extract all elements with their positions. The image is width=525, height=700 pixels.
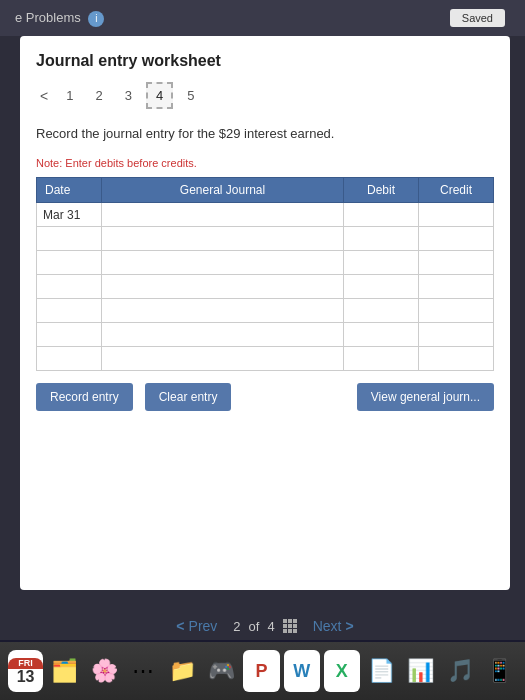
col-header-date: Date (37, 178, 102, 203)
tab-2[interactable]: 2 (87, 84, 110, 107)
date-cell-3 (37, 251, 102, 275)
tab-nav: < 1 2 3 4 5 (36, 82, 494, 109)
page-label: e Problems i (15, 10, 104, 27)
next-label: Next (313, 618, 342, 634)
dots-icon[interactable]: ⋯ (126, 650, 161, 692)
journal-cell-1[interactable] (102, 203, 344, 227)
prev-button[interactable]: < Prev (176, 618, 217, 634)
files-icon[interactable]: 📁 (165, 650, 200, 692)
date-cell-7 (37, 347, 102, 371)
note-text: Note: Enter debits before credits. (36, 157, 494, 169)
music-icon[interactable]: 🎵 (442, 650, 477, 692)
journal-cell-2[interactable] (102, 227, 344, 251)
view-general-journal-button[interactable]: View general journ... (357, 383, 494, 411)
debit-cell-1[interactable] (344, 203, 419, 227)
worksheet-title: Journal entry worksheet (36, 52, 494, 70)
debit-cell-5[interactable] (344, 299, 419, 323)
credit-cell-1[interactable] (419, 203, 494, 227)
info-icon[interactable]: i (88, 11, 104, 27)
tab-prev-arrow[interactable]: < (36, 86, 52, 106)
col-header-credit: Credit (419, 178, 494, 203)
table-row (37, 299, 494, 323)
instruction-text: Record the journal entry for the $29 int… (36, 125, 494, 143)
debit-cell-3[interactable] (344, 251, 419, 275)
calendar-day: 13 (17, 669, 35, 685)
credit-cell-6[interactable] (419, 323, 494, 347)
calendar-icon[interactable]: FRI 13 (8, 650, 43, 692)
journal-cell-5[interactable] (102, 299, 344, 323)
finder-icon[interactable]: 🗂️ (47, 650, 82, 692)
photos-icon[interactable]: 🌸 (86, 650, 121, 692)
next-button[interactable]: Next > (313, 618, 354, 634)
saved-badge: Saved (450, 9, 505, 27)
top-bar: e Problems i Saved (0, 0, 525, 36)
tab-4[interactable]: 4 (146, 82, 173, 109)
journal-cell-3[interactable] (102, 251, 344, 275)
journal-table: Date General Journal Debit Credit Mar 31 (36, 177, 494, 371)
tab-5[interactable]: 5 (179, 84, 202, 107)
table-row (37, 323, 494, 347)
word-icon[interactable]: W (284, 650, 320, 692)
date-cell-5 (37, 299, 102, 323)
clear-entry-button[interactable]: Clear entry (145, 383, 232, 411)
table-row (37, 227, 494, 251)
credit-cell-2[interactable] (419, 227, 494, 251)
prev-label: Prev (189, 618, 218, 634)
credit-cell-3[interactable] (419, 251, 494, 275)
col-header-journal: General Journal (102, 178, 344, 203)
debit-cell-7[interactable] (344, 347, 419, 371)
app1-icon[interactable]: 🎮 (204, 650, 239, 692)
credit-cell-4[interactable] (419, 275, 494, 299)
tab-3[interactable]: 3 (117, 84, 140, 107)
table-row (37, 275, 494, 299)
app-label: e Problems (15, 10, 81, 25)
credit-cell-5[interactable] (419, 299, 494, 323)
powerpoint-icon[interactable]: P (243, 650, 279, 692)
journal-cell-4[interactable] (102, 275, 344, 299)
table-row: Mar 31 (37, 203, 494, 227)
current-page: 2 (233, 619, 240, 634)
bottom-nav: < Prev 2 of 4 Next > (20, 618, 510, 634)
date-cell-2 (37, 227, 102, 251)
table-row (37, 347, 494, 371)
prev-arrow-icon: < (176, 618, 184, 634)
chart-icon[interactable]: 📊 (403, 650, 438, 692)
table-row (37, 251, 494, 275)
col-header-debit: Debit (344, 178, 419, 203)
date-cell-4 (37, 275, 102, 299)
debit-cell-4[interactable] (344, 275, 419, 299)
page-info: 2 of 4 (233, 619, 296, 634)
date-cell-6 (37, 323, 102, 347)
app2-icon[interactable]: 📱 (482, 650, 517, 692)
record-entry-button[interactable]: Record entry (36, 383, 133, 411)
of-text: of (249, 619, 260, 634)
grid-icon (283, 619, 297, 633)
total-pages: 4 (267, 619, 274, 634)
calendar-month: FRI (8, 658, 43, 669)
pdf-icon[interactable]: 📄 (364, 650, 399, 692)
tab-1[interactable]: 1 (58, 84, 81, 107)
taskbar: FRI 13 🗂️ 🌸 ⋯ 📁 🎮 P W X 📄 📊 🎵 📱 (0, 642, 525, 700)
action-buttons: Record entry Clear entry View general jo… (36, 383, 494, 411)
next-arrow-icon: > (345, 618, 353, 634)
excel-icon[interactable]: X (324, 650, 360, 692)
main-content: Journal entry worksheet < 1 2 3 4 5 Reco… (20, 36, 510, 590)
debit-cell-6[interactable] (344, 323, 419, 347)
debit-cell-2[interactable] (344, 227, 419, 251)
journal-cell-7[interactable] (102, 347, 344, 371)
credit-cell-7[interactable] (419, 347, 494, 371)
date-cell-1: Mar 31 (37, 203, 102, 227)
journal-cell-6[interactable] (102, 323, 344, 347)
